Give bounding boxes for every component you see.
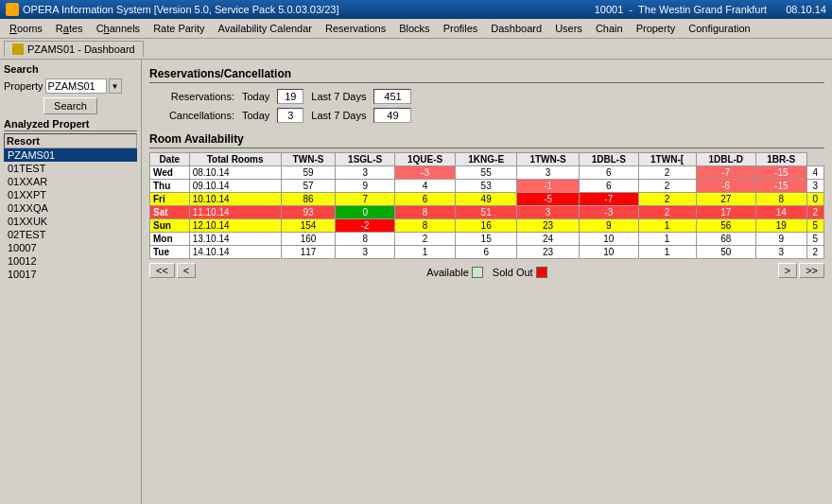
value-cell: 4 — [394, 180, 455, 193]
value-cell: 10 — [580, 246, 639, 259]
menu-rates[interactable]: Rates — [50, 21, 89, 36]
value-cell: 68 — [696, 233, 755, 246]
property-list-item[interactable]: 10007 — [4, 241, 137, 254]
nav-next-button[interactable]: > — [778, 263, 797, 278]
value-cell: 9 — [580, 219, 639, 233]
menu-chain[interactable]: Chain — [590, 21, 629, 36]
property-list-item[interactable]: PZAMS01 — [4, 148, 137, 162]
value-cell: 1 — [638, 233, 696, 246]
menu-reservations[interactable]: Reservations — [320, 21, 391, 36]
value-cell: 23 — [517, 246, 580, 259]
property-row: Property ▼ — [4, 78, 137, 94]
reservations-row: Reservations: Today 19 Last 7 Days 451 — [149, 89, 824, 104]
property-list-item[interactable]: 01XXAR — [4, 175, 137, 188]
date-cell: 09.10.14 — [189, 180, 281, 193]
day-cell: Sun — [150, 219, 190, 233]
hotel-info: 10001 - The Westin Grand Frankfurt — [595, 4, 767, 15]
value-cell: 6 — [580, 166, 639, 180]
day-cell: Tue — [150, 246, 190, 259]
total-cell: 86 — [281, 193, 336, 206]
value-cell: 3 — [755, 246, 806, 259]
property-list-item[interactable]: 01TEST — [4, 162, 137, 175]
date-cell: 12.10.14 — [189, 219, 281, 233]
main-content: Search Property ▼ Search Analyzed Proper… — [0, 60, 832, 504]
available-label: Available — [426, 267, 468, 278]
value-cell: 9 — [755, 233, 806, 246]
value-cell: 51 — [456, 206, 517, 219]
analyzed-title: Analyzed Propert — [4, 118, 137, 131]
value-cell: -3 — [580, 206, 639, 219]
available-box — [472, 267, 483, 278]
col-date: Date — [150, 153, 190, 166]
value-cell: -7 — [580, 193, 639, 206]
menu-channels[interactable]: Channels — [91, 21, 147, 36]
value-cell: 6 — [580, 180, 639, 193]
legend: Available Sold Out — [426, 267, 546, 278]
menu-property[interactable]: Property — [631, 21, 682, 36]
property-spin-btn[interactable]: ▼ — [109, 78, 122, 94]
day-cell: Sat — [150, 206, 190, 219]
menu-availability-calendar[interactable]: Availability Calendar — [213, 21, 318, 36]
date-cell: 13.10.14 — [189, 233, 281, 246]
value-cell: 1 — [638, 219, 696, 233]
value-cell: 2 — [806, 206, 823, 219]
col-1twnb: 1TWN-[ — [638, 153, 696, 166]
value-cell: 5 — [806, 219, 823, 233]
menu-blocks[interactable]: Blocks — [393, 21, 435, 36]
property-list-item[interactable]: 10017 — [4, 268, 137, 281]
table-row: Tue14.10.14117316231015032 — [150, 246, 824, 259]
property-list-item[interactable]: 01XXUK — [4, 215, 137, 228]
menu-users[interactable]: Users — [549, 21, 588, 36]
nav-left: << < — [149, 263, 196, 278]
nav-first-button[interactable]: << — [149, 263, 175, 278]
last7-reservations-value: 451 — [373, 89, 411, 104]
value-cell: 2 — [394, 233, 455, 246]
search-section-title: Search — [4, 63, 137, 75]
value-cell: 55 — [456, 166, 517, 180]
property-list-item[interactable]: 10012 — [4, 254, 137, 268]
legend-soldout: Sold Out — [493, 267, 547, 278]
value-cell: 3 — [806, 180, 823, 193]
total-cell: 59 — [281, 166, 336, 180]
menu-rooms[interactable]: Rooms — [4, 21, 48, 36]
property-list-item[interactable]: 02TEST — [4, 228, 137, 241]
property-list: PZAMS01 01TEST 01XXAR 01XXPT 01XXQA 01XX… — [4, 148, 137, 281]
table-row: Wed08.10.14593-355362-7-154 — [150, 166, 824, 180]
menu-rate-parity[interactable]: Rate Parity — [147, 21, 210, 36]
value-cell: 6 — [394, 193, 455, 206]
title-bar: OPERA Information System [Version 5.0, S… — [0, 0, 832, 19]
nav-prev-button[interactable]: < — [177, 263, 196, 278]
value-cell: 8 — [755, 193, 806, 206]
property-list-item[interactable]: 01XXPT — [4, 188, 137, 201]
tab-dashboard[interactable]: PZAMS01 - Dashboard — [4, 41, 144, 57]
property-list-item[interactable]: 01XXQA — [4, 201, 137, 215]
value-cell: -3 — [394, 166, 455, 180]
table-row: Fri10.10.14867649-5-722780 — [150, 193, 824, 206]
value-cell: -1 — [517, 180, 580, 193]
nav-last-button[interactable]: >> — [799, 263, 824, 278]
menu-profiles[interactable]: Profiles — [438, 21, 484, 36]
value-cell: 6 — [456, 246, 517, 259]
value-cell: 2 — [638, 206, 696, 219]
value-cell: 10 — [580, 233, 639, 246]
opera-icon — [6, 3, 19, 16]
value-cell: 53 — [456, 180, 517, 193]
day-cell: Wed — [150, 166, 190, 180]
day-cell: Mon — [150, 233, 190, 246]
value-cell: 7 — [336, 193, 395, 206]
value-cell: 3 — [336, 166, 395, 180]
tab-bar: PZAMS01 - Dashboard — [0, 39, 832, 60]
resort-header: Resort — [4, 133, 137, 148]
total-cell: 57 — [281, 180, 336, 193]
property-input[interactable] — [45, 78, 107, 94]
col-1dbld: 1DBL-D — [696, 153, 755, 166]
menu-dashboard[interactable]: Dashboard — [485, 21, 547, 36]
soldout-label: Sold Out — [493, 267, 533, 278]
search-button[interactable]: Search — [43, 97, 97, 114]
day-cell: Thu — [150, 180, 190, 193]
value-cell: 0 — [336, 206, 395, 219]
value-cell: 3 — [517, 206, 580, 219]
nav-row: << < Available Sold Out > >> — [149, 263, 824, 278]
menu-configuration[interactable]: Configuration — [683, 21, 755, 36]
last7-label-can: Last 7 Days — [311, 110, 366, 121]
